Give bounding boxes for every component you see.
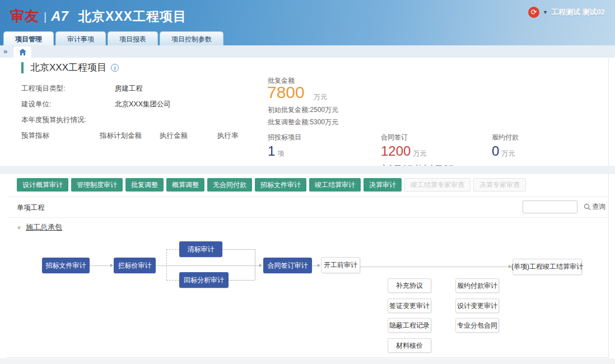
approval-initial: 初始批复金额:2500万元 — [268, 105, 338, 115]
connector-line — [90, 265, 112, 266]
user-area: ⟳ ▼ 工程测试 测试02 — [528, 7, 605, 18]
flow-node-bid-clarification-audit[interactable]: 清标审计 — [179, 241, 222, 257]
estimate-adjustment-button[interactable]: 概算调整 — [166, 178, 204, 192]
stat-label: 履约付款 — [492, 133, 519, 142]
stat-value: 1200 — [381, 143, 411, 158]
approval-amount-value: 7800 — [267, 83, 305, 102]
home-tab[interactable] — [13, 46, 31, 58]
budget-col-exec-amount: 执行金额 — [160, 131, 188, 141]
section-toggle-label: 施工总承包 — [26, 222, 62, 232]
search-input[interactable] — [523, 200, 577, 213]
flow-node-design-change-audit[interactable]: 设计变更审计 — [455, 298, 499, 313]
flow-node-material-pricing[interactable]: 材料核价 — [388, 338, 431, 353]
tab-project-control-params[interactable]: 项目控制参数 — [160, 31, 223, 45]
section-toggle-general-contracting[interactable]: ∨ 施工总承包 — [17, 222, 62, 232]
final-account-expert-review-button[interactable]: 决算专家审查 — [473, 178, 526, 192]
divider-line — [7, 197, 608, 197]
user-name[interactable]: 工程测试 测试02 — [551, 7, 605, 17]
action-button-row: 设计概算审计 管理制度审计 批复调整 概算调整 无合同付款 招标文件审计 竣工结… — [17, 178, 526, 192]
design-estimate-audit-button[interactable]: 设计概算审计 — [17, 178, 68, 192]
budget-col-plan-amount: 指标计划金额 — [100, 131, 142, 141]
stat-value: 1 — [268, 143, 275, 158]
flow-node-pre-construction-audit[interactable]: 开工前审计 — [321, 257, 360, 273]
panel-bottom-border — [7, 357, 608, 358]
connector-line — [166, 280, 179, 281]
flow-node-professional-subcontract[interactable]: 专业分包合同 — [455, 318, 499, 333]
panel-right-border — [608, 58, 609, 357]
connector-line — [222, 249, 255, 250]
field-label-project-type: 工程项目类型: — [21, 84, 65, 94]
brand-separator: | — [44, 11, 46, 24]
audit-flowchart: 招标文件审计 拦标价审计 清标审计 回标分析审计 合同签订审计 开工前审计 (单… — [16, 235, 602, 356]
arrow-icon — [259, 264, 262, 267]
title-accent-bar — [21, 62, 24, 73]
app-window: 审友 | A7 北京XXX工程项目 ⟳ ▼ 工程测试 测试02 项目管理 审计事… — [0, 0, 615, 364]
stat-unit: 万元 — [501, 150, 515, 157]
search-button[interactable]: 查询 — [584, 202, 605, 212]
stat-label: 招投标项目 — [268, 133, 301, 142]
connector-line — [156, 265, 261, 266]
page-title: 北京XXX工程项目 — [30, 61, 106, 74]
single-project-label: 单项工程 — [17, 203, 45, 213]
field-value-construction-unit: 北京XXX集团公司 — [115, 100, 171, 109]
field-label-budget-execution: 本年度预算执行情况: — [21, 115, 86, 125]
collapse-icon[interactable]: » — [3, 47, 7, 55]
section-divider — [0, 166, 615, 174]
divider-line — [7, 217, 608, 218]
stat-performance-payment: 履约付款 0万元 — [492, 133, 519, 159]
connector-line — [255, 249, 255, 280]
no-contract-payment-button[interactable]: 无合同付款 — [207, 178, 252, 192]
flow-node-supplementary-agreement[interactable]: 补充协议 — [388, 278, 431, 293]
home-icon — [19, 49, 26, 55]
app-logo: 审友 — [10, 7, 39, 25]
breadcrumb: » — [0, 45, 615, 58]
page-title-block: 北京XXX工程项目 i — [21, 61, 119, 74]
completion-settlement-audit-button[interactable]: 竣工结算审计 — [309, 178, 361, 192]
brand: 审友 | A7 北京XXX工程项目 — [10, 7, 187, 25]
stat-unit: 万元 — [413, 150, 426, 157]
search-button-label: 查询 — [592, 202, 605, 212]
approval-adjusted: 批复调整金额:5300万元 — [268, 118, 338, 127]
approval-adjustment-button[interactable]: 批复调整 — [125, 178, 164, 192]
field-label-construction-unit: 建设单位: — [21, 100, 51, 109]
budget-col-exec-rate: 执行率 — [217, 131, 239, 141]
tab-audit-matters[interactable]: 审计事项 — [55, 31, 106, 45]
stat-bidding-projects: 招投标项目 1项 — [268, 133, 301, 159]
flow-node-bid-return-analysis-audit[interactable]: 回标分析审计 — [179, 272, 229, 288]
flow-node-completion-settlement-audit[interactable]: (单项)工程竣工结算审计 — [512, 259, 582, 275]
flow-node-visa-change-audit[interactable]: 签证变更审计 — [388, 298, 431, 313]
approval-amount-unit: 万元 — [314, 92, 327, 102]
flow-node-contract-signing-audit[interactable]: 合同签订审计 — [263, 258, 312, 273]
connector-line — [166, 249, 167, 281]
bid-document-audit-button[interactable]: 招标文件审计 — [255, 178, 306, 192]
flow-node-ceiling-price-audit[interactable]: 拦标价审计 — [114, 258, 156, 273]
stat-label: 合同签订 — [381, 133, 454, 142]
flow-node-hidden-work-record[interactable]: 隐蔽工程记录 — [388, 318, 431, 333]
completion-settlement-expert-review-button[interactable]: 竣工结算专家审查 — [404, 178, 470, 192]
search-icon — [584, 203, 591, 211]
tab-project-reports[interactable]: 项目报表 — [108, 31, 158, 45]
product-name: A7 — [51, 8, 68, 24]
info-icon[interactable]: i — [111, 64, 119, 72]
chevron-down-icon: ∨ — [17, 225, 21, 230]
stat-value: 0 — [492, 143, 499, 158]
budget-col-indicator: 预算指标 — [21, 131, 49, 141]
connector-line — [229, 280, 255, 281]
arrow-icon — [110, 264, 113, 267]
management-system-audit-button[interactable]: 管理制度审计 — [71, 178, 123, 192]
refresh-icon[interactable]: ⟳ — [528, 7, 539, 18]
final-account-audit-button[interactable]: 决算审计 — [364, 178, 402, 192]
tab-project-management[interactable]: 项目管理 — [3, 31, 54, 45]
flow-node-performance-payment-audit[interactable]: 履约付款审计 — [455, 278, 499, 293]
flow-node-bid-document-audit[interactable]: 招标文件审计 — [42, 258, 90, 273]
main-content: 北京XXX工程项目 i 工程项目类型: 房建工程 建设单位: 北京XXX集团公司… — [0, 58, 615, 358]
caret-down-icon[interactable]: ▼ — [543, 10, 548, 15]
connector-line — [360, 267, 510, 267]
arrow-icon — [318, 264, 320, 267]
footer-strip — [0, 358, 615, 364]
header-project-title: 北京XXX工程项目 — [78, 8, 187, 25]
connector-line — [166, 249, 179, 250]
app-header: 审友 | A7 北京XXX工程项目 ⟳ ▼ 工程测试 测试02 项目管理 审计事… — [0, 0, 615, 45]
main-tabbar: 项目管理 审计事项 项目报表 项目控制参数 — [3, 31, 223, 45]
stat-unit: 项 — [277, 150, 284, 157]
